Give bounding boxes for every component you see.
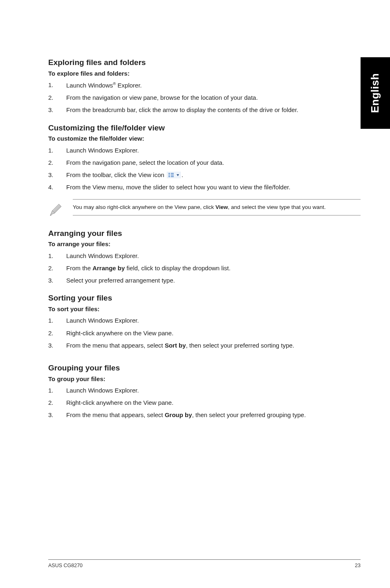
svg-rect-4 (171, 173, 174, 174)
step-number: 1. (48, 386, 66, 395)
list-item: 3. From the toolbar, click the View icon… (48, 171, 361, 179)
step-text: Select your preferred arrangement type. (66, 276, 361, 285)
list-item: 4. From the View menu, move the slider t… (48, 183, 361, 191)
list-item: 3. From the menu that appears, select So… (48, 341, 361, 350)
list-item: 1. Launch Windows Explorer. (48, 386, 361, 395)
list-item: 3. From the menu that appears, select Gr… (48, 411, 361, 419)
step-text: Right-click anywhere on the View pane. (66, 329, 361, 337)
step-text: From the toolbar, click the View icon . (66, 171, 361, 179)
step-text: From the Arrange by field, click to disp… (66, 264, 361, 272)
list-item: 2. From the navigation or view pane, bro… (48, 94, 361, 102)
step-number: 3. (48, 341, 66, 350)
step-number: 2. (48, 329, 66, 337)
heading-customizing: Customizing the file/folder view (48, 123, 361, 133)
step-text: Launch Windows Explorer. (66, 316, 361, 325)
list-item: 1. Launch Windows Explorer. (48, 146, 361, 155)
step-text: Launch Windows Explorer. (66, 146, 361, 155)
list-arranging: 1. Launch Windows Explorer. 2. From the … (48, 252, 361, 285)
step-number: 1. (48, 146, 66, 155)
step-number: 2. (48, 264, 66, 272)
step-number: 3. (48, 171, 66, 179)
note-text: You may also right-click anywhere on the… (73, 199, 361, 215)
subhead-sorting: To sort your files: (48, 305, 361, 313)
footer-page-number: 23 (355, 562, 361, 569)
step-number: 3. (48, 411, 66, 419)
list-customizing: 1. Launch Windows Explorer. 2. From the … (48, 146, 361, 192)
note-block: You may also right-click anywhere on the… (48, 199, 361, 219)
step-number: 3. (48, 276, 66, 285)
step-text: From the navigation pane, select the loc… (66, 159, 361, 167)
step-number: 2. (48, 159, 66, 167)
heading-exploring: Exploring files and folders (48, 57, 361, 68)
heading-arranging: Arranging your files (48, 228, 361, 239)
svg-rect-3 (168, 176, 170, 177)
heading-sorting: Sorting your files (48, 293, 361, 303)
list-exploring: 1. Launch Windows® Explorer. 2. From the… (48, 81, 361, 114)
page-body: Exploring files and folders To explore f… (0, 0, 390, 420)
subhead-customizing: To customize the file/folder view: (48, 135, 361, 143)
subhead-arranging: To arrange your files: (48, 240, 361, 248)
step-text: From the View menu, move the slider to s… (66, 183, 361, 191)
step-text: Right-click anywhere on the View pane. (66, 399, 361, 407)
step-text: From the menu that appears, select Group… (66, 411, 361, 419)
list-item: 2. From the Arrange by field, click to d… (48, 264, 361, 272)
footer-product: ASUS CG8270 (48, 562, 83, 569)
page-footer: ASUS CG8270 23 (48, 559, 361, 569)
list-item: 1. Launch Windows® Explorer. (48, 81, 361, 90)
list-grouping: 1. Launch Windows Explorer. 2. Right-cli… (48, 386, 361, 420)
list-item: 2. From the navigation pane, select the … (48, 159, 361, 167)
step-text: Launch Windows Explorer. (66, 252, 361, 260)
heading-grouping: Grouping your files (48, 363, 361, 373)
list-item: 1. Launch Windows Explorer. (48, 252, 361, 260)
step-text: Launch Windows® Explorer. (66, 81, 361, 90)
step-number: 4. (48, 183, 66, 191)
language-tab-label: English (368, 73, 382, 113)
view-icon (167, 172, 181, 178)
step-text: From the navigation or view pane, browse… (66, 94, 361, 102)
list-item: 3. Select your preferred arrangement typ… (48, 276, 361, 285)
step-number: 1. (48, 81, 66, 89)
subhead-exploring: To explore files and folders: (48, 70, 361, 78)
list-item: 3. From the breadcrumb bar, click the ar… (48, 106, 361, 114)
svg-rect-1 (168, 173, 170, 174)
language-tab: English (361, 57, 390, 129)
list-item: 2. Right-click anywhere on the View pane… (48, 399, 361, 407)
subhead-grouping: To group your files: (48, 375, 361, 383)
step-number: 2. (48, 94, 66, 102)
svg-rect-6 (171, 176, 174, 177)
list-item: 1. Launch Windows Explorer. (48, 316, 361, 325)
step-text: From the menu that appears, select Sort … (66, 341, 361, 350)
list-sorting: 1. Launch Windows Explorer. 2. Right-cli… (48, 316, 361, 350)
step-number: 3. (48, 106, 66, 114)
step-number: 1. (48, 316, 66, 325)
step-text: From the breadcrumb bar, click the arrow… (66, 106, 361, 114)
svg-rect-5 (171, 175, 174, 175)
step-text: Launch Windows Explorer. (66, 386, 361, 395)
svg-rect-2 (168, 175, 170, 175)
step-number: 1. (48, 252, 66, 260)
list-item: 2. Right-click anywhere on the View pane… (48, 329, 361, 337)
step-number: 2. (48, 399, 66, 407)
pencil-icon (48, 199, 73, 219)
